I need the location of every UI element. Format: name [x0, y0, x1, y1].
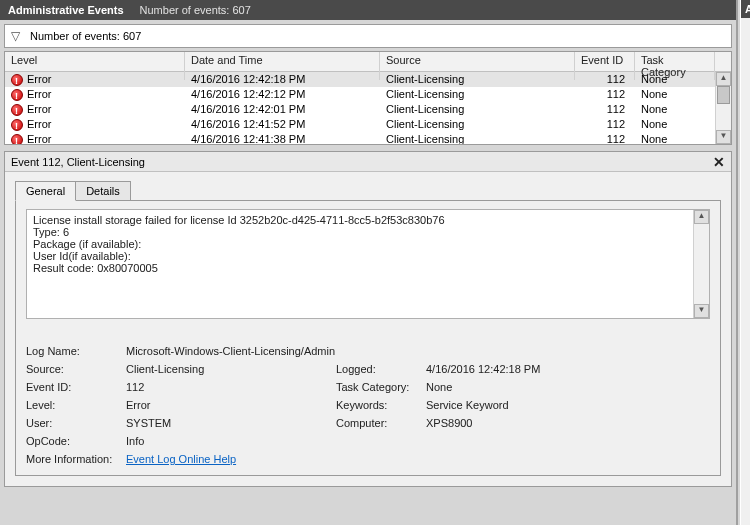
- detail-title-bar: Event 112, Client-Licensing ✕: [5, 152, 731, 172]
- detail-title: Event 112, Client-Licensing: [11, 152, 145, 172]
- scroll-thumb[interactable]: [717, 86, 730, 104]
- value-taskcat: None: [426, 381, 626, 393]
- value-logged: 4/16/2016 12:42:18 PM: [426, 363, 626, 375]
- table-scrollbar[interactable]: ▲ ▼: [715, 72, 731, 144]
- scroll-down-icon[interactable]: ▼: [716, 130, 731, 144]
- message-scrollbar[interactable]: ▲ ▼: [693, 210, 709, 318]
- panel-title-bar: Administrative Events Number of events: …: [0, 0, 736, 20]
- value-level: Error: [126, 399, 336, 411]
- cell-source: Client-Licensing: [380, 72, 575, 87]
- main-panel: Administrative Events Number of events: …: [0, 0, 738, 525]
- label-source: Source:: [26, 363, 126, 375]
- event-message-box[interactable]: License install storage failed for licen…: [26, 209, 710, 319]
- value-logname: Microsoft-Windows-Client-Licensing/Admin: [126, 345, 626, 357]
- actions-header: A: [741, 0, 750, 18]
- cell-datetime: 4/16/2016 12:42:01 PM: [185, 102, 380, 117]
- label-user: User:: [26, 417, 126, 429]
- cell-level: Error: [27, 87, 51, 102]
- label-keywords: Keywords:: [336, 399, 426, 411]
- value-opcode: Info: [126, 435, 626, 447]
- panel-title: Administrative Events: [8, 0, 124, 20]
- cell-source: Client-Licensing: [380, 117, 575, 132]
- detail-pane: Event 112, Client-Licensing ✕ General De…: [4, 151, 732, 487]
- table-row[interactable]: Error 4/16/2016 12:41:52 PM Client-Licen…: [5, 117, 731, 132]
- cell-eventid: 112: [575, 132, 635, 145]
- cell-datetime: 4/16/2016 12:41:52 PM: [185, 117, 380, 132]
- cell-eventid: 112: [575, 117, 635, 132]
- scroll-up-icon[interactable]: ▲: [694, 210, 709, 224]
- cell-eventid: 112: [575, 102, 635, 117]
- cell-datetime: 4/16/2016 12:41:38 PM: [185, 132, 380, 145]
- label-opcode: OpCode:: [26, 435, 126, 447]
- cell-level: Error: [27, 72, 51, 87]
- event-fields: Log Name: Microsoft-Windows-Client-Licen…: [26, 345, 710, 465]
- event-table: Level Date and Time Source Event ID Task…: [4, 51, 732, 145]
- msg-line: Result code: 0x80070005: [33, 262, 703, 274]
- msg-line: Package (if available):: [33, 238, 703, 250]
- msg-line: User Id(if available):: [33, 250, 703, 262]
- tab-row: General Details: [5, 172, 731, 200]
- label-computer: Computer:: [336, 417, 426, 429]
- table-body: Error 4/16/2016 12:42:18 PM Client-Licen…: [5, 72, 731, 145]
- value-keywords: Service Keyword: [426, 399, 626, 411]
- label-logged: Logged:: [336, 363, 426, 375]
- table-header-row: Level Date and Time Source Event ID Task…: [5, 52, 731, 72]
- error-icon: [11, 134, 23, 146]
- cell-taskcat: None: [635, 132, 715, 145]
- filter-icon: ▽: [11, 29, 20, 43]
- panel-subtitle: Number of events: 607: [140, 0, 251, 20]
- value-user: SYSTEM: [126, 417, 336, 429]
- cell-taskcat: None: [635, 87, 715, 102]
- label-eventid: Event ID:: [26, 381, 126, 393]
- cell-source: Client-Licensing: [380, 102, 575, 117]
- cell-datetime: 4/16/2016 12:42:12 PM: [185, 87, 380, 102]
- error-icon: [11, 119, 23, 131]
- cell-taskcat: None: [635, 117, 715, 132]
- help-link[interactable]: Event Log Online Help: [126, 453, 236, 465]
- msg-line: License install storage failed for licen…: [33, 214, 703, 226]
- cell-eventid: 112: [575, 87, 635, 102]
- scroll-up-icon[interactable]: ▲: [716, 72, 731, 86]
- tab-general[interactable]: General: [15, 181, 76, 201]
- cell-datetime: 4/16/2016 12:42:18 PM: [185, 72, 380, 87]
- table-row[interactable]: Error 4/16/2016 12:42:12 PM Client-Licen…: [5, 87, 731, 102]
- value-source: Client-Licensing: [126, 363, 336, 375]
- cell-level: Error: [27, 102, 51, 117]
- cell-source: Client-Licensing: [380, 87, 575, 102]
- label-logname: Log Name:: [26, 345, 126, 357]
- error-icon: [11, 74, 23, 86]
- actions-panel: A: [740, 0, 750, 525]
- tab-body-general: License install storage failed for licen…: [15, 200, 721, 476]
- cell-eventid: 112: [575, 72, 635, 87]
- cell-taskcat: None: [635, 72, 715, 87]
- filter-bar[interactable]: ▽ Number of events: 607: [4, 24, 732, 48]
- cell-source: Client-Licensing: [380, 132, 575, 145]
- cell-level: Error: [27, 117, 51, 132]
- close-icon[interactable]: ✕: [713, 152, 725, 172]
- tab-details[interactable]: Details: [76, 181, 131, 201]
- error-icon: [11, 89, 23, 101]
- label-moreinfo: More Information:: [26, 453, 126, 465]
- value-computer: XPS8900: [426, 417, 626, 429]
- cell-level: Error: [27, 132, 51, 145]
- value-eventid: 112: [126, 381, 336, 393]
- table-row[interactable]: Error 4/16/2016 12:42:18 PM Client-Licen…: [5, 72, 731, 87]
- filter-text: Number of events: 607: [30, 30, 141, 42]
- label-taskcat: Task Category:: [336, 381, 426, 393]
- cell-taskcat: None: [635, 102, 715, 117]
- scroll-down-icon[interactable]: ▼: [694, 304, 709, 318]
- error-icon: [11, 104, 23, 116]
- table-row[interactable]: Error 4/16/2016 12:41:38 PM Client-Licen…: [5, 132, 731, 145]
- table-row[interactable]: Error 4/16/2016 12:42:01 PM Client-Licen…: [5, 102, 731, 117]
- label-level: Level:: [26, 399, 126, 411]
- msg-line: Type: 6: [33, 226, 703, 238]
